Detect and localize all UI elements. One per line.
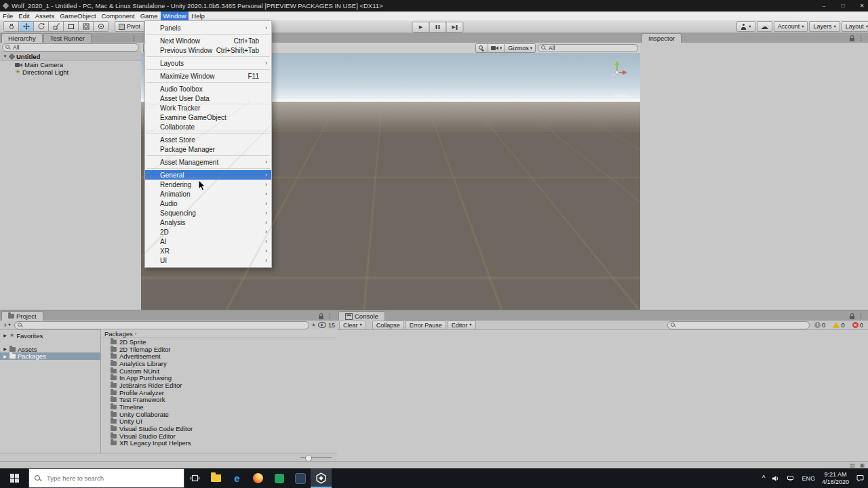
- tab-console[interactable]: Console: [338, 311, 385, 321]
- move-tool-button[interactable]: [18, 21, 34, 32]
- menu-item-xr[interactable]: XR›: [145, 246, 271, 256]
- firefox-icon[interactable]: [248, 468, 269, 488]
- package-row[interactable]: XR Legacy Input Helpers: [101, 440, 337, 447]
- project-search-input[interactable]: [25, 322, 306, 329]
- project-search-field[interactable]: [14, 321, 309, 329]
- status-icon-a[interactable]: ▤: [850, 462, 855, 468]
- gizmos-dropdown[interactable]: Gizmos▾: [505, 43, 536, 53]
- close-button[interactable]: ✕: [852, 0, 868, 12]
- foldout-icon[interactable]: ▶: [3, 347, 7, 351]
- menu-item-layouts[interactable]: Layouts›: [145, 58, 271, 68]
- panel-menu-icon[interactable]: ⋮: [131, 35, 137, 41]
- search-filter-label[interactable]: All: [549, 45, 555, 52]
- menu-item-maximize-window[interactable]: Maximize WindowF11: [145, 71, 271, 81]
- package-row[interactable]: Analytics Library: [101, 360, 337, 367]
- menu-item-collaborate[interactable]: Collaborate: [145, 122, 271, 131]
- package-row[interactable]: Unity UI: [101, 418, 337, 426]
- package-row[interactable]: Custom NUnit: [101, 367, 337, 375]
- package-row[interactable]: 2D Sprite: [101, 338, 337, 346]
- package-row[interactable]: Test Framework: [101, 396, 337, 404]
- menu-help[interactable]: Help: [189, 12, 208, 20]
- scene-search-field[interactable]: All: [538, 44, 638, 52]
- account-dropdown[interactable]: Account▾: [774, 21, 808, 32]
- package-row[interactable]: JetBrains Rider Editor: [101, 382, 337, 389]
- custom-tool-button[interactable]: [93, 21, 108, 32]
- panel-menu-icon[interactable]: ⋮: [858, 35, 864, 41]
- foldout-icon[interactable]: ▶: [3, 354, 7, 359]
- code-app-icon[interactable]: [290, 468, 311, 488]
- scale-tool-button[interactable]: [48, 21, 64, 32]
- projection-label[interactable]: Persp: [613, 92, 629, 99]
- menu-file[interactable]: File: [0, 12, 16, 20]
- minimize-button[interactable]: –: [814, 0, 833, 12]
- error-pause-toggle[interactable]: Error Pause: [406, 321, 446, 330]
- menu-item-2d[interactable]: 2D›: [145, 227, 271, 237]
- maximize-button[interactable]: □: [833, 0, 852, 12]
- menu-item-work-tracker[interactable]: Work Tracker: [145, 103, 271, 113]
- menu-item-asset-management[interactable]: Asset Management›: [145, 157, 271, 167]
- tree-item-assets[interactable]: ▶ Assets: [0, 346, 100, 353]
- transform-tool-button[interactable]: [78, 21, 94, 32]
- menu-item-ui[interactable]: UI›: [145, 256, 271, 265]
- panel-menu-icon[interactable]: ⋮: [327, 313, 333, 319]
- menu-item-examine-gameobject[interactable]: Examine GameObject: [145, 113, 271, 122]
- menu-item-ai[interactable]: AI›: [145, 237, 271, 246]
- console-search-input[interactable]: [678, 322, 806, 329]
- rotate-tool-button[interactable]: [33, 21, 49, 32]
- error-count-badge[interactable]: ✕0: [850, 321, 866, 329]
- tab-hierarchy[interactable]: Hierarchy: [1, 33, 43, 43]
- cloud-button[interactable]: ☁: [757, 21, 772, 32]
- scene-tools-button[interactable]: [475, 43, 488, 53]
- status-icon-b[interactable]: ▣: [860, 462, 865, 468]
- menu-item-previous-window[interactable]: Previous WindowCtrl+Shift+Tab: [145, 45, 271, 55]
- menu-item-animation[interactable]: Animation›: [145, 189, 271, 199]
- menu-assets[interactable]: Assets: [33, 12, 58, 20]
- menu-edit[interactable]: Edit: [16, 12, 32, 20]
- collab-button[interactable]: ▾: [736, 21, 755, 32]
- hierarchy-item-main-camera[interactable]: Main Camera: [0, 61, 141, 68]
- hierarchy-scene-row[interactable]: ▼ Untitled: [0, 52, 141, 61]
- editor-dropdown[interactable]: Editor▾: [448, 321, 476, 330]
- file-explorer-icon[interactable]: [205, 468, 226, 488]
- tree-item-favorites[interactable]: ▶ ★ Favorites: [0, 332, 100, 340]
- package-row[interactable]: 2D Tilemap Editor: [101, 346, 337, 353]
- zoom-slider[interactable]: [300, 457, 332, 458]
- search-filter-label[interactable]: All: [13, 44, 19, 51]
- info-count-badge[interactable]: !0: [812, 321, 828, 329]
- package-row[interactable]: Advertisement: [101, 352, 337, 360]
- panel-menu-icon[interactable]: ⋮: [858, 313, 864, 319]
- menu-item-audio[interactable]: Audio›: [145, 199, 271, 208]
- menu-item-panels[interactable]: Panels›: [145, 23, 271, 33]
- network-icon[interactable]: [783, 475, 798, 482]
- step-button[interactable]: ▶: [446, 22, 464, 33]
- hand-tool-button[interactable]: [3, 21, 19, 32]
- package-row[interactable]: Visual Studio Editor: [101, 432, 337, 440]
- unity-taskbar-icon[interactable]: [311, 468, 332, 488]
- pivot-toggle-button[interactable]: Pivot: [115, 21, 144, 32]
- green-app-icon[interactable]: [269, 468, 290, 488]
- menu-item-general[interactable]: General›: [145, 170, 271, 180]
- collapse-toggle[interactable]: Collapse: [372, 321, 404, 330]
- package-row[interactable]: Timeline: [101, 403, 337, 411]
- rect-tool-button[interactable]: [63, 21, 79, 32]
- create-asset-button[interactable]: +▾: [2, 322, 12, 329]
- taskbar-search[interactable]: [28, 468, 184, 488]
- play-button[interactable]: ▶: [412, 22, 430, 33]
- menu-item-next-window[interactable]: Next WindowCtrl+Tab: [145, 36, 271, 45]
- menu-game[interactable]: Game: [138, 12, 161, 20]
- task-view-button[interactable]: [184, 468, 205, 488]
- menu-window[interactable]: Window: [161, 12, 189, 20]
- warning-count-badge[interactable]: 0: [830, 321, 847, 329]
- tab-project[interactable]: Project: [1, 311, 43, 321]
- package-row[interactable]: Profile Analyzer: [101, 389, 337, 396]
- hidden-packages-icon[interactable]: [318, 322, 326, 328]
- taskbar-search-input[interactable]: [45, 474, 178, 483]
- scene-camera-dropdown[interactable]: ▾: [488, 43, 505, 53]
- menu-component[interactable]: Component: [99, 12, 138, 20]
- foldout-icon[interactable]: ▶: [3, 333, 7, 338]
- notification-center-icon[interactable]: [852, 474, 868, 482]
- menu-item-analysis[interactable]: Analysis›: [145, 218, 271, 227]
- taskbar-clock[interactable]: 9:21 AM 4/18/2020: [818, 471, 852, 485]
- tab-inspector[interactable]: Inspector: [642, 33, 682, 43]
- menu-gameobject[interactable]: GameObject: [57, 12, 98, 20]
